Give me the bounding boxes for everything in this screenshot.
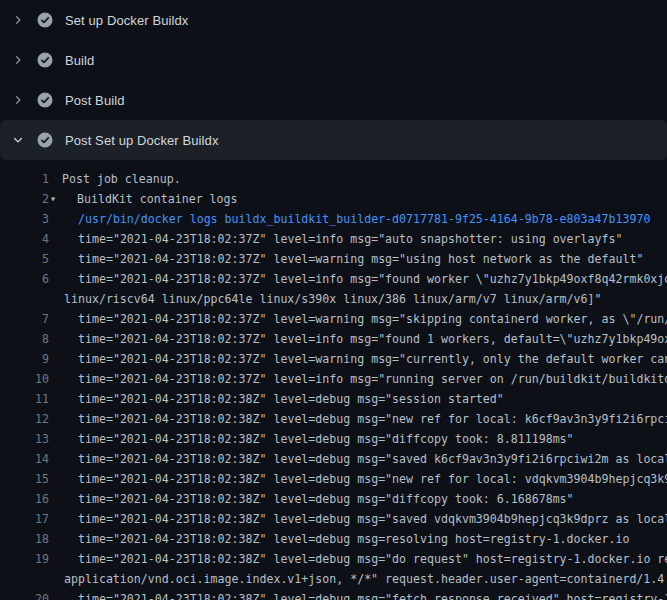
step-header-post-build[interactable]: Post Build [0,80,667,120]
actions-log-viewer: { "colors": { "page_bg": "#0d1117", "act… [0,0,667,600]
chevron-right-icon[interactable] [12,14,24,26]
line-number[interactable]: 7 [0,309,49,329]
check-circle-icon [37,12,53,28]
line-number[interactable]: 20 [0,589,49,600]
line-number[interactable]: 18 [0,529,49,549]
line-number[interactable]: 14 [0,449,49,469]
log-line: 9time="2021-04-23T18:02:37Z" level=warni… [0,349,667,369]
line-number[interactable]: 8 [0,329,49,349]
check-circle-icon [37,52,53,68]
log-line: 20time="2021-04-23T18:02:38Z" level=debu… [0,589,667,600]
line-number[interactable]: 4 [0,229,49,249]
log-line: 11time="2021-04-23T18:02:38Z" level=debu… [0,389,667,409]
log-line: 18time="2021-04-23T18:02:38Z" level=debu… [0,529,667,549]
step-label: Set up Docker Buildx [65,13,188,28]
log-line: 6time="2021-04-23T18:02:37Z" level=info … [0,269,667,289]
log-line: 7time="2021-04-23T18:02:37Z" level=warni… [0,309,667,329]
line-number[interactable]: 9 [0,349,49,369]
log-text: time="2021-04-23T18:02:38Z" level=debug … [78,489,574,509]
log-line: 17time="2021-04-23T18:02:38Z" level=debu… [0,509,667,529]
line-number[interactable]: 5 [0,249,49,269]
log-text: time="2021-04-23T18:02:38Z" level=debug … [78,509,667,529]
log-text: time="2021-04-23T18:02:37Z" level=info m… [78,229,622,249]
line-number[interactable]: 11 [0,389,49,409]
line-number[interactable]: 19 [0,549,49,569]
line-number[interactable]: 6 [0,269,49,289]
log-line-continuation: linux/riscv64 linux/ppc64le linux/s390x … [0,289,667,309]
log-text: time="2021-04-23T18:02:38Z" level=debug … [78,529,629,549]
log-text: time="2021-04-23T18:02:38Z" level=debug … [78,469,667,489]
log-text: time="2021-04-23T18:02:37Z" level=info m… [78,369,667,389]
log-line: 15time="2021-04-23T18:02:38Z" level=debu… [0,469,667,489]
log-line: 13time="2021-04-23T18:02:38Z" level=debu… [0,429,667,449]
line-number[interactable]: 3 [0,209,49,229]
log-line: 1Post job cleanup. [0,169,667,189]
line-number[interactable]: 1 [0,169,49,189]
line-number[interactable]: 17 [0,509,49,529]
log-text: time="2021-04-23T18:02:38Z" level=debug … [78,589,667,600]
line-number[interactable]: 16 [0,489,49,509]
log-text: time="2021-04-23T18:02:37Z" level=info m… [78,269,667,289]
step-header-list: Set up Docker BuildxBuildPost BuildPost … [0,0,667,160]
step-label: Post Build [65,93,125,108]
check-circle-icon [37,132,53,148]
step-header-set-up-docker-buildx[interactable]: Set up Docker Buildx [0,0,667,40]
log-text: Post job cleanup. [62,169,181,189]
log-output: 1Post job cleanup.2▾BuildKit container l… [0,160,667,600]
line-number[interactable]: 15 [0,469,49,489]
log-line: 14time="2021-04-23T18:02:38Z" level=debu… [0,449,667,469]
check-circle-icon [37,92,53,108]
log-line: 8time="2021-04-23T18:02:37Z" level=info … [0,329,667,349]
line-number[interactable]: 10 [0,369,49,389]
log-line: 4time="2021-04-23T18:02:37Z" level=info … [0,229,667,249]
log-text: time="2021-04-23T18:02:38Z" level=debug … [78,549,667,569]
log-text: time="2021-04-23T18:02:38Z" level=debug … [78,449,667,469]
log-text: time="2021-04-23T18:02:37Z" level=warnin… [78,249,643,269]
line-number[interactable]: 12 [0,409,49,429]
step-header-build[interactable]: Build [0,40,667,80]
log-text: BuildKit container logs [77,189,238,209]
log-text: linux/riscv64 linux/ppc64le linux/s390x … [64,289,601,309]
line-number[interactable]: 2 [0,189,49,209]
log-text: time="2021-04-23T18:02:38Z" level=debug … [78,389,504,409]
line-number[interactable]: 13 [0,429,49,449]
log-text: time="2021-04-23T18:02:38Z" level=debug … [78,409,667,429]
chevron-right-icon[interactable] [12,94,24,106]
log-command-text: /usr/bin/docker logs buildx_buildkit_bui… [78,209,650,229]
log-line: 10time="2021-04-23T18:02:37Z" level=info… [0,369,667,389]
step-label: Build [65,53,94,68]
log-line: 5time="2021-04-23T18:02:37Z" level=warni… [0,249,667,269]
log-line: 12time="2021-04-23T18:02:38Z" level=debu… [0,409,667,429]
step-label: Post Set up Docker Buildx [65,133,219,148]
log-line-continuation: application/vnd.oci.image.index.v1+json,… [0,569,667,589]
log-line: 3/usr/bin/docker logs buildx_buildkit_bu… [0,209,667,229]
log-text: time="2021-04-23T18:02:37Z" level=info m… [78,329,667,349]
log-line: 2▾BuildKit container logs [0,189,667,209]
log-line: 19time="2021-04-23T18:02:38Z" level=debu… [0,549,667,569]
chevron-down-icon[interactable] [12,134,24,146]
log-line: 16time="2021-04-23T18:02:38Z" level=debu… [0,489,667,509]
triangle-down-icon[interactable]: ▾ [50,189,56,209]
log-text: time="2021-04-23T18:02:37Z" level=warnin… [78,349,667,369]
log-text: time="2021-04-23T18:02:38Z" level=debug … [78,429,574,449]
step-header-post-set-up-docker-buildx[interactable]: Post Set up Docker Buildx [0,120,667,160]
chevron-right-icon[interactable] [12,54,24,66]
log-text: time="2021-04-23T18:02:37Z" level=warnin… [78,309,667,329]
log-text: application/vnd.oci.image.index.v1+json,… [64,569,667,589]
